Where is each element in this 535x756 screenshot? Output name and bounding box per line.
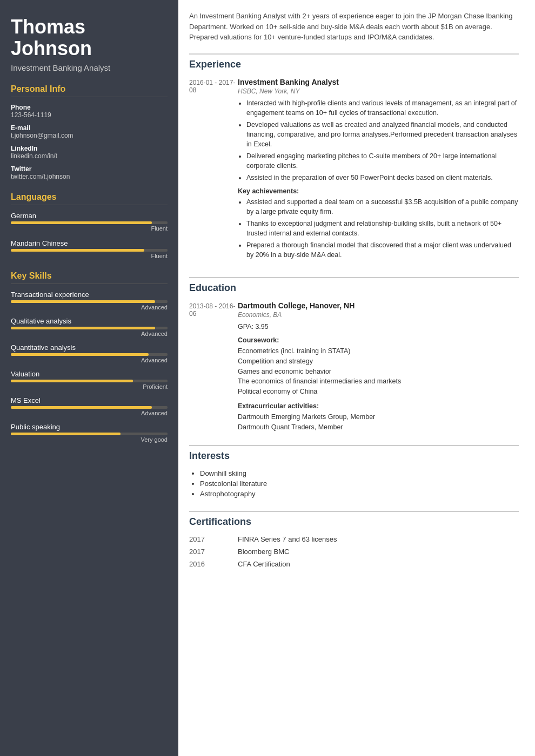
interest-item: Postcolonial literature [200,480,519,488]
twitter-value: twitter.com/t.johnson [11,173,168,180]
education-section: Education 2013-08 - 2016-06 Dartmouth Co… [189,277,519,432]
skill-bar-fill [11,433,121,435]
interest-item: Astrophotography [200,490,519,498]
phone-item: Phone 123-564-1119 [11,104,168,119]
cert-year: 2017 [189,548,238,556]
linkedin-item: LinkedIn linkedin.com/in/t [11,145,168,160]
personal-info-section: Personal Info Phone 123-564-1119 E-mail … [11,84,168,180]
coursework-item: Competition and strategy [238,356,519,367]
bullet-item: Interacted with high-profile clients and… [246,98,519,118]
name-block: ThomasJohnson Investment Banking Analyst [11,16,168,72]
skill-bar-fill [11,406,152,409]
skill-item: Valuation Proficient [11,370,168,390]
skill-level: Advanced [11,357,168,363]
phone-label: Phone [11,104,168,111]
skill-name: Transactional experience [11,291,168,299]
skill-bar-container [11,353,168,356]
linkedin-value: linkedin.com/in/t [11,152,168,160]
skill-level: Very good [11,436,168,443]
extra-item: Dartmouth Emerging Markets Group, Member [238,412,519,422]
skill-level: Advanced [11,304,168,310]
left-panel: An Investment Banking Analyst with 2+ ye… [178,0,535,756]
skill-bar-container [11,300,168,303]
skill-level: Advanced [11,410,168,416]
entry-content: Investment Banking Analyst HSBC, New Yor… [238,78,519,265]
right-panel: ThomasJohnson Investment Banking Analyst… [0,0,178,756]
person-name: ThomasJohnson [11,16,168,59]
skill-bar-container [11,327,168,329]
cert-name: Bloomberg BMC [238,548,289,556]
language-item: German Fluent [11,212,168,232]
entry-title: Investment Banking Analyst [238,78,519,86]
cert-name: CFA Certification [238,560,290,568]
education-entry: 2013-08 - 2016-06 Dartmouth College, Han… [189,301,519,432]
achievement-item: Prepared a thorough financial model that… [246,240,519,260]
certifications-section: Certifications 2017 FINRA Series 7 and 6… [189,511,519,568]
language-name: Mandarin Chinese [11,239,168,247]
skills-heading: Key Skills [11,271,168,284]
bullet-item: Delivered engaging marketing pitches to … [246,151,519,171]
twitter-label: Twitter [11,165,168,173]
skills-section: Key Skills Transactional experience Adva… [11,271,168,443]
coursework-item: Games and economic behavior [238,367,519,377]
skill-bar-fill [11,353,149,356]
entry-date: 2013-08 - 2016-06 [189,301,238,432]
interests-list: Downhill skiingPostcolonial literatureAs… [189,469,519,498]
key-achievements-label: Key achievements: [238,187,519,195]
coursework-label: Coursework: [238,336,519,344]
bullets-list: Interacted with high-profile clients and… [238,98,519,183]
bullet-item: Assisted in the preparation of over 50 P… [246,173,519,183]
cert-year: 2016 [189,560,238,568]
skill-name: Qualitative analysis [11,317,168,325]
skill-bar-container [11,406,168,409]
experience-entry: 2016-01 - 2017-08 Investment Banking Ana… [189,78,519,265]
skill-name: Valuation [11,370,168,378]
certifications-heading: Certifications [189,511,519,528]
extra-item: Dartmouth Quant Traders, Member [238,422,519,433]
skill-bar-container [11,433,168,435]
coursework-item: Econometrics (incl. training in STATA) [238,346,519,356]
bullet-item: Developed valuations as well as created … [246,120,519,149]
certification-entry: 2017 Bloomberg BMC [189,548,519,556]
coursework-item: Political economy of China [238,387,519,397]
language-bar-fill [11,249,144,252]
language-name: German [11,212,168,220]
cert-name: FINRA Series 7 and 63 licenses [238,535,337,543]
achievement-item: Assisted and supported a deal team on a … [246,197,519,217]
achievement-item: Thanks to exceptional judgment and relat… [246,219,519,238]
interests-heading: Interests [189,445,519,462]
skill-name: Quantitative analysis [11,343,168,352]
languages-heading: Languages [11,192,168,205]
skill-name: Public speaking [11,423,168,431]
linkedin-label: LinkedIn [11,145,168,152]
languages-section: Languages German Fluent Mandarin Chinese… [11,192,168,259]
language-level: Fluent [11,253,168,259]
skill-bar-fill [11,327,155,329]
language-bar-container [11,249,168,252]
coursework-item: The economics of financial intermediarie… [238,376,519,387]
skill-level: Advanced [11,330,168,337]
language-bar-container [11,221,168,224]
school-name: Dartmouth College, Hanover, NH [238,301,519,310]
skill-item: Qualitative analysis Advanced [11,317,168,337]
entry-date: 2016-01 - 2017-08 [189,78,238,265]
experience-heading: Experience [189,53,519,70]
language-item: Mandarin Chinese Fluent [11,239,168,259]
summary-text: An Investment Banking Analyst with 2+ ye… [189,11,519,43]
skill-bar-fill [11,380,133,382]
skill-name: MS Excel [11,396,168,404]
twitter-item: Twitter twitter.com/t.johnson [11,165,168,180]
interests-section: Interests Downhill skiingPostcolonial li… [189,445,519,498]
gpa: GPA: 3.95 [238,322,519,332]
email-label: E-mail [11,124,168,132]
degree: Economics, BA [238,311,519,319]
entry-content: Dartmouth College, Hanover, NH Economics… [238,301,519,432]
email-value: t.johnson@gmail.com [11,132,168,139]
certification-entry: 2016 CFA Certification [189,560,519,568]
achievements-list: Assisted and supported a deal team on a … [238,197,519,260]
phone-value: 123-564-1119 [11,111,168,119]
skill-bar-fill [11,300,155,303]
education-heading: Education [189,277,519,294]
skill-item: Public speaking Very good [11,423,168,443]
interest-item: Downhill skiing [200,469,519,477]
